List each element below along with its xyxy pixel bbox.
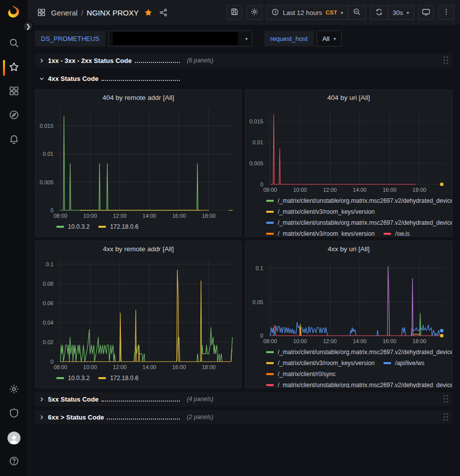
dashboard-variables-bar: DS_PROMETHEUS ▾ request_host All ▾ [28, 25, 460, 50]
grafana-logo[interactable] [6, 5, 21, 20]
variable-value-request-host: All [322, 35, 329, 42]
row-panel-count: (6 panels) [187, 57, 213, 64]
legend-swatch [98, 226, 106, 228]
timeseries-chart[interactable]: 00.050.108:0010:0012:0014:0016:0018:00 [245, 256, 452, 346]
panel-title[interactable]: 4xx by uri [All] [245, 241, 452, 256]
legend-item[interactable]: /_matrix/client/v3/room_keys/version [266, 358, 375, 369]
left-sidebar [0, 0, 28, 476]
svg-text:0.01: 0.01 [43, 151, 53, 157]
refresh-button[interactable] [371, 5, 388, 19]
legend-item[interactable]: 172.18.0.6 [98, 373, 138, 384]
legend-swatch [266, 211, 274, 213]
timeseries-chart[interactable]: 00.020.040.060.080.108:0010:0012:0014:00… [35, 256, 241, 372]
row-panel-count: (2 panels) [187, 414, 213, 421]
tv-mode-button[interactable] [418, 5, 434, 20]
row-1xx-3xx-2xx[interactable]: 1xx - 3xx - 2xx Status Code (6 panels) [35, 53, 453, 67]
sidebar-item-dashboards[interactable] [0, 80, 27, 104]
legend-label: /_matrix/client/unstable/org.matrix.msc2… [278, 197, 452, 204]
refresh-interval-picker[interactable]: 30s ▾ [388, 5, 414, 19]
sidebar-item-explore[interactable] [0, 104, 27, 128]
legend-item[interactable]: 10.0.3.2 [56, 221, 89, 232]
row-drag-handle[interactable] [444, 413, 449, 421]
variable-select-ds-prometheus[interactable]: ▾ [108, 30, 252, 46]
svg-text:16:00: 16:00 [383, 338, 397, 344]
svg-text:10:00: 10:00 [293, 187, 307, 193]
row-title: 1xx - 3xx - 2xx Status Code [48, 57, 132, 64]
legend-item[interactable]: /_matrix/client/r0/sync [266, 369, 336, 380]
row-6xx[interactable]: 6xx > Status Code (2 panels) [35, 410, 453, 424]
chevron-down-icon [39, 76, 44, 81]
timezone-label: CST [326, 9, 337, 15]
legend-label: /api/live/ws [395, 360, 425, 367]
avatar [7, 432, 20, 445]
panel-title[interactable]: 404 by remote addr [All] [35, 90, 241, 105]
dashboard-settings-button[interactable] [246, 5, 262, 20]
row-5xx[interactable]: 5xx Status Code (4 panels) [35, 392, 453, 406]
sidebar-item-profile[interactable] [0, 426, 27, 450]
row-4xx[interactable]: 4xx Status Code [35, 71, 453, 85]
panel-4xx-by-remote-addr: 4xx by remote addr [All] 00.020.040.060.… [35, 241, 242, 388]
chevron-right-icon [39, 397, 44, 402]
row-drag-handle[interactable] [444, 395, 449, 403]
row-drag-handle[interactable] [444, 56, 449, 64]
legend-item[interactable]: /_matrix/client/unstable/org.matrix.msc2… [266, 217, 452, 228]
panel-404-by-remote-addr: 404 by remote addr [All] 00.0050.010.015… [35, 89, 242, 237]
save-icon [230, 7, 239, 17]
legend-item[interactable]: /sw.js [384, 228, 410, 236]
chart-legend: /_matrix/client/unstable/org.matrix.msc2… [245, 346, 452, 388]
svg-text:14:00: 14:00 [353, 338, 367, 344]
svg-text:0: 0 [50, 207, 53, 213]
panel-row-2: 4xx by remote addr [All] 00.020.040.060.… [35, 241, 453, 388]
shield-icon [8, 408, 19, 421]
gear-icon [250, 7, 259, 17]
legend-item[interactable]: /_matrix/client/unstable/org.matrix.msc2… [266, 380, 452, 388]
svg-text:0.08: 0.08 [43, 281, 53, 287]
panel-404-by-uri: 404 by uri [All] 00.0050.010.01508:0010:… [245, 89, 453, 237]
legend-item[interactable]: 172.18.0.6 [98, 221, 138, 232]
svg-text:0.015: 0.015 [39, 123, 53, 129]
svg-text:08:00: 08:00 [53, 213, 67, 219]
sidebar-item-help[interactable] [0, 450, 27, 474]
time-picker-group: Last 12 hours CST ▾ [266, 5, 366, 20]
sidebar-item-alerting[interactable] [0, 128, 27, 152]
panel-title[interactable]: 4xx by remote addr [All] [35, 241, 241, 256]
apps-grid-icon[interactable] [37, 8, 46, 17]
sidebar-expand-button[interactable]: ❯ [22, 20, 34, 32]
sidebar-item-search[interactable] [0, 32, 27, 56]
gear-icon [8, 384, 19, 397]
legend-label: 10.0.3.2 [68, 223, 89, 230]
legend-item[interactable]: /_matrix/client/v3/room_keys/version [266, 228, 375, 236]
legend-item[interactable]: /api/live/ws [384, 358, 425, 369]
sidebar-item-configuration[interactable] [0, 378, 27, 402]
share-icon[interactable] [159, 8, 168, 17]
star-dashboard-button[interactable] [144, 8, 153, 17]
kebab-menu-button[interactable] [438, 5, 454, 20]
svg-text:0: 0 [50, 359, 53, 365]
variable-select-request-host[interactable]: All ▾ [317, 30, 341, 46]
zoom-out-button[interactable] [348, 5, 366, 19]
legend-swatch [266, 233, 274, 235]
legend-item[interactable]: /_matrix/client/unstable/org.matrix.msc2… [266, 347, 452, 358]
timeseries-chart[interactable]: 00.0050.010.01508:0010:0012:0014:0016:00… [35, 105, 241, 220]
timeseries-chart[interactable]: 00.0050.010.01508:0010:0012:0014:0016:00… [245, 105, 452, 194]
legend-item[interactable]: 10.0.3.2 [56, 373, 89, 384]
sidebar-item-starred[interactable] [0, 56, 27, 80]
panel-title[interactable]: 404 by uri [All] [245, 90, 452, 105]
dashboard-title[interactable]: NGINX PROXY [87, 8, 139, 17]
legend-swatch [98, 377, 106, 379]
time-range-picker[interactable]: Last 12 hours CST ▾ [267, 5, 348, 19]
legend-item[interactable]: /_matrix/client/unstable/org.matrix.msc2… [266, 195, 452, 206]
breadcrumb-folder[interactable]: General [51, 8, 77, 17]
sidebar-item-server-admin[interactable] [0, 402, 27, 426]
legend-label: /_matrix/client/unstable/org.matrix.msc2… [278, 382, 452, 388]
row-title: 5xx Status Code [48, 396, 98, 403]
svg-text:0.04: 0.04 [43, 320, 53, 326]
bell-icon [8, 133, 19, 146]
svg-text:18:00: 18:00 [202, 213, 216, 219]
legend-item[interactable]: /_matrix/client/v3/room_keys/version [266, 206, 375, 217]
row-leader-dots [101, 401, 180, 402]
row-title: 4xx Status Code [48, 75, 98, 82]
save-dashboard-button[interactable] [226, 5, 242, 20]
chart-legend: 10.0.3.2172.18.0.6 [35, 372, 241, 388]
chart-legend: /_matrix/client/unstable/org.matrix.msc2… [245, 194, 452, 236]
